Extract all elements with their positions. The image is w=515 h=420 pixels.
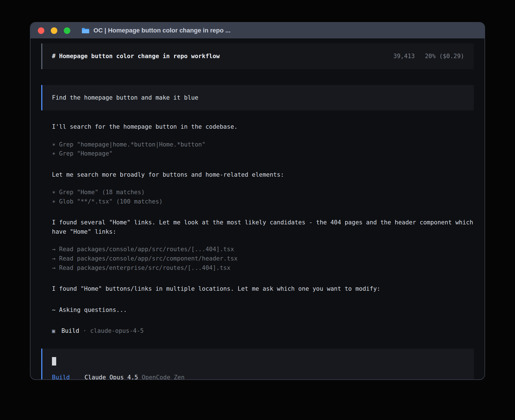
user-message: Find the homepage button and make it blu…: [41, 85, 474, 111]
assistant-message: I'll search for the homepage button in t…: [52, 122, 474, 132]
agent-mode-icon: ▣: [52, 327, 55, 335]
tool-call-grep: ∗ Grep "Homepage": [52, 149, 474, 158]
agent-model: claude-opus-4-5: [90, 326, 144, 336]
tool-call-read: → Read packages/console/app/src/routes/[…: [52, 245, 474, 254]
text-cursor: [52, 357, 56, 366]
session-title: # Homepage button color change in repo w…: [52, 52, 220, 61]
tool-call-read: → Read packages/enterprise/src/routes/[.…: [52, 263, 474, 273]
agent-badge: ▣ Build · claude-opus-4-5: [52, 326, 474, 336]
tool-call-glob: ∗ Glob "**/*.tsx" (100 matches): [52, 197, 474, 206]
assistant-message: I found "Home" buttons/links in multiple…: [52, 284, 474, 294]
terminal-content: # Homepage button color change in repo w…: [30, 38, 485, 379]
traffic-lights: [38, 27, 70, 34]
agent-separator: ·: [83, 326, 87, 336]
assistant-message: I found several "Home" links. Let me loo…: [52, 218, 474, 236]
assistant-transcript: I'll search for the homepage button in t…: [41, 110, 474, 336]
input-meta-row: Build Claude Opus 4.5 OpenCode Zen: [52, 373, 464, 379]
window-title: OC | Homepage button color change in rep…: [93, 27, 230, 34]
input-agent-label[interactable]: Build: [52, 373, 70, 379]
tool-call-read: → Read packages/console/app/src/componen…: [52, 254, 474, 263]
tool-call-grep: ∗ Grep "Home" (18 matches): [52, 188, 474, 197]
prompt-input[interactable]: Build Claude Opus 4.5 OpenCode Zen: [41, 349, 474, 379]
tool-call-group: → Read packages/console/app/src/routes/[…: [52, 245, 474, 272]
tool-call-group: ∗ Grep "homepage|home.*button|Home.*butt…: [52, 140, 474, 158]
user-message-text: Find the homepage button and make it blu…: [52, 94, 198, 101]
token-count: 39,413: [393, 52, 415, 61]
tool-call-grep: ∗ Grep "homepage|home.*button|Home.*butt…: [52, 140, 474, 149]
session-header: # Homepage button color change in repo w…: [41, 43, 474, 69]
asking-questions-status: ~ Asking questions...: [52, 305, 474, 315]
minimize-button[interactable]: [51, 27, 57, 34]
tool-call-group: ∗ Grep "Home" (18 matches) ∗ Glob "**/*.…: [52, 188, 474, 206]
folder-icon: [82, 27, 90, 34]
session-stats: 39,413 20% ($0.29): [393, 52, 464, 61]
terminal-window: OC | Homepage button color change in rep…: [30, 22, 485, 380]
assistant-message: Let me search more broadly for buttons a…: [52, 170, 474, 180]
title-bar: OC | Homepage button color change in rep…: [30, 23, 485, 38]
input-provider-label: OpenCode Zen: [142, 373, 185, 379]
close-button[interactable]: [38, 27, 44, 34]
zoom-button[interactable]: [64, 27, 70, 34]
input-model-label[interactable]: Claude Opus 4.5: [84, 373, 138, 379]
agent-name: Build: [61, 326, 79, 336]
context-cost: 20% ($0.29): [425, 52, 464, 61]
